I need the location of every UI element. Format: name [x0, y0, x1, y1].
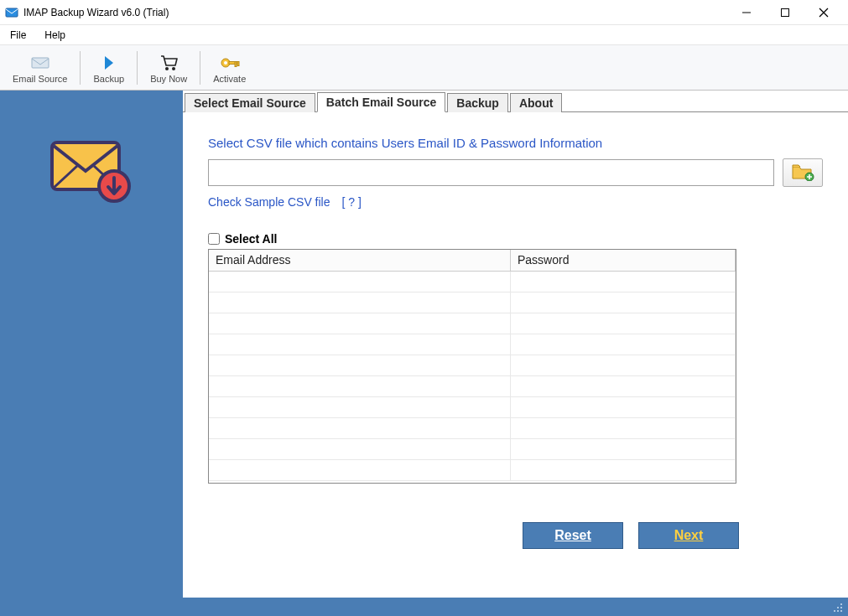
- menu-bar: File Help: [0, 25, 848, 45]
- reset-button[interactable]: Reset: [523, 522, 623, 549]
- browse-button[interactable]: [783, 158, 823, 187]
- resize-grip-icon[interactable]: [831, 601, 843, 613]
- tool-buy-now-label: Buy Now: [150, 74, 187, 84]
- grid-row: [209, 355, 736, 376]
- next-button[interactable]: Next: [638, 522, 739, 549]
- folder-add-icon: [791, 163, 814, 184]
- grid-row: [209, 313, 736, 334]
- svg-rect-5: [32, 58, 49, 68]
- sidebar: [0, 91, 183, 598]
- window-title: IMAP Backup Wizard v6.0 (Trial): [23, 7, 727, 18]
- batch-panel: Select CSV file which contains Users Ema…: [183, 112, 848, 566]
- menu-help[interactable]: Help: [41, 28, 69, 43]
- svg-point-21: [840, 610, 842, 612]
- grid-row: [209, 272, 736, 292]
- sample-csv-link[interactable]: Check Sample CSV file: [208, 195, 330, 209]
- key-icon: [219, 52, 241, 74]
- content: Select Email Source Batch Email Source B…: [183, 91, 848, 598]
- svg-rect-11: [235, 61, 237, 66]
- tab-about[interactable]: About: [510, 93, 562, 112]
- data-grid[interactable]: Email Address Password: [208, 249, 736, 484]
- sample-help-link[interactable]: [ ? ]: [342, 195, 362, 209]
- csv-path-input[interactable]: [208, 159, 774, 186]
- grid-row: [209, 397, 736, 418]
- envelope-download-icon: [45, 132, 138, 208]
- tab-batch-email-source[interactable]: Batch Email Source: [317, 92, 446, 112]
- svg-point-9: [224, 61, 227, 65]
- toolbar-separator: [80, 51, 81, 85]
- toolbar-separator: [200, 51, 200, 85]
- instruction-text: Select CSV file which contains Users Ema…: [208, 136, 823, 150]
- minimize-button[interactable]: [727, 0, 766, 25]
- sample-row: Check Sample CSV file [ ? ]: [208, 195, 823, 209]
- svg-rect-2: [782, 8, 789, 16]
- status-bar: [0, 598, 848, 616]
- svg-point-17: [837, 607, 839, 608]
- tool-backup-label: Backup: [93, 74, 124, 84]
- grid-row: [209, 292, 736, 313]
- tool-activate-label: Activate: [213, 74, 246, 84]
- select-all-checkbox[interactable]: [208, 233, 220, 245]
- backup-icon: [101, 52, 117, 74]
- email-source-icon: [29, 52, 51, 74]
- menu-file[interactable]: File: [7, 28, 29, 43]
- svg-point-18: [840, 607, 842, 608]
- tab-backup[interactable]: Backup: [447, 93, 508, 112]
- toolbar-separator: [137, 51, 138, 85]
- grid-body: [209, 272, 736, 481]
- app-icon: [5, 6, 18, 19]
- grid-row: [209, 439, 736, 460]
- svg-point-7: [172, 67, 175, 70]
- grid-row: [209, 460, 736, 481]
- grid-row: [209, 418, 736, 439]
- select-all-label[interactable]: Select All: [225, 232, 278, 246]
- svg-rect-0: [6, 8, 18, 17]
- svg-point-6: [165, 67, 169, 70]
- toolbar: Email Source Backup Buy Now Activate: [0, 45, 848, 91]
- tool-email-source-label: Email Source: [13, 74, 67, 84]
- bottom-actions: Reset Next: [208, 522, 823, 549]
- window-controls: [727, 0, 843, 25]
- grid-row: [209, 334, 736, 355]
- tool-backup[interactable]: Backup: [86, 49, 132, 86]
- col-email-header[interactable]: Email Address: [209, 250, 511, 272]
- col-password-header[interactable]: Password: [511, 250, 736, 272]
- tab-select-email-source[interactable]: Select Email Source: [185, 93, 315, 112]
- cart-icon: [159, 52, 179, 74]
- tool-email-source[interactable]: Email Source: [5, 49, 75, 86]
- tool-activate[interactable]: Activate: [205, 49, 253, 86]
- svg-point-20: [837, 610, 839, 612]
- tool-buy-now[interactable]: Buy Now: [143, 49, 195, 86]
- file-row: [208, 158, 823, 187]
- tabs: Select Email Source Batch Email Source B…: [183, 91, 848, 112]
- svg-point-16: [840, 603, 842, 605]
- svg-rect-12: [237, 61, 239, 65]
- title-bar: IMAP Backup Wizard v6.0 (Trial): [0, 0, 848, 25]
- svg-point-19: [834, 610, 835, 612]
- grid-header: Email Address Password: [209, 250, 736, 272]
- close-button[interactable]: [804, 0, 843, 25]
- maximize-button[interactable]: [766, 0, 804, 25]
- grid-row: [209, 376, 736, 397]
- main-area: Select Email Source Batch Email Source B…: [0, 91, 848, 598]
- select-all-row: Select All: [208, 232, 823, 246]
